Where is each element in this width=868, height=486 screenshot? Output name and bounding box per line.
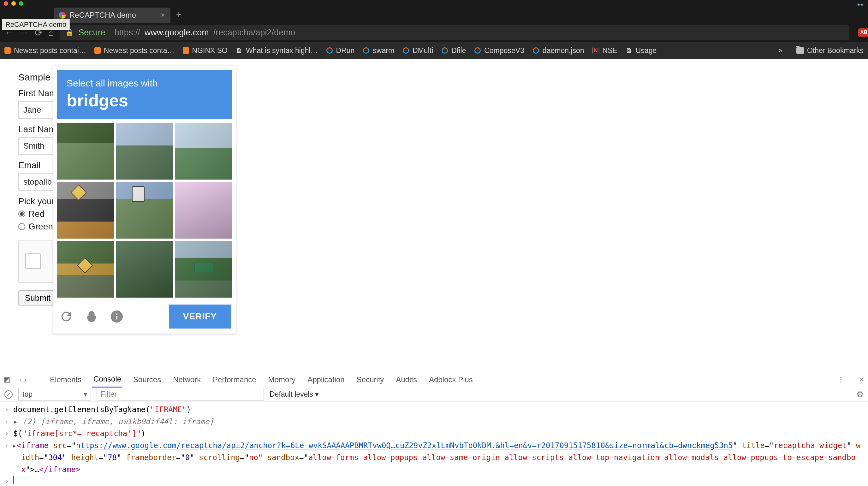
bookmark-item[interactable]: ComposeV3 [474, 46, 524, 55]
bookmark-overflow-button[interactable]: » [779, 46, 782, 55]
bookmark-item[interactable]: 🗎Usage [626, 46, 656, 55]
console-toolbar: top Filter Default levels ▾ ⚙ [0, 387, 868, 402]
info-icon[interactable] [109, 309, 125, 324]
challenge-tile[interactable] [175, 241, 232, 298]
challenge-tile[interactable] [57, 182, 114, 238]
other-bookmarks-label: Other Bookmarks [807, 46, 864, 55]
bookmark-item[interactable]: swarm [363, 46, 394, 55]
page-icon: 🗎 [626, 47, 632, 54]
devtools-close-icon[interactable]: × [860, 375, 864, 384]
challenge-tile[interactable] [57, 241, 114, 298]
stackoverflow-icon [4, 47, 11, 54]
audio-challenge-icon[interactable] [84, 309, 99, 324]
context-selector[interactable]: top [18, 388, 91, 401]
new-tab-button[interactable]: + [176, 9, 181, 20]
devtools-tab-performance[interactable]: Performance [212, 372, 257, 387]
window-zoom-button[interactable] [19, 1, 23, 6]
log-level-selector[interactable]: Default levels ▾ [270, 390, 319, 398]
console-output[interactable]: ›document.getElementsByTagName("IFRAME")… [0, 402, 868, 486]
tab-strip: ReCAPTCHA demo × + ReCAPTCHA demo [0, 7, 868, 23]
devtools-tab-sources[interactable]: Sources [132, 372, 162, 387]
ring-icon [327, 47, 333, 54]
bookmark-item[interactable]: Newest posts contai… [4, 46, 86, 55]
browser-tab[interactable]: ReCAPTCHA demo × [54, 7, 170, 23]
url-host: www.google.com [145, 28, 209, 38]
console-settings-icon[interactable]: ⚙ [856, 389, 864, 399]
input-chevron-icon: › [4, 428, 10, 440]
clear-console-icon[interactable] [4, 390, 12, 398]
adblock-extension-badge[interactable]: ABP [858, 28, 868, 37]
radio-icon [18, 223, 25, 230]
page-icon: 🗎 [236, 47, 243, 54]
ring-icon [363, 47, 369, 54]
devtools-tab-security[interactable]: Security [355, 372, 385, 387]
console-cursor[interactable] [13, 476, 13, 484]
url-protocol: https:// [115, 28, 140, 38]
bookmark-label: What is syntax highl… [246, 46, 318, 55]
bookmark-label: NGINX SO [192, 46, 227, 55]
input-chevron-icon: › [4, 476, 10, 486]
window-minimize-button[interactable] [11, 1, 16, 6]
challenge-footer: VERIFY [57, 304, 232, 330]
bookmark-label: DRun [336, 46, 355, 55]
challenge-tile[interactable] [116, 241, 173, 298]
reload-challenge-icon[interactable] [58, 309, 74, 324]
separator [110, 28, 110, 37]
challenge-tile[interactable] [116, 123, 173, 180]
ring-icon [403, 47, 409, 54]
console-input-line: document.getElementsByTagName("IFRAME") [13, 403, 191, 416]
other-bookmarks-button[interactable]: Other Bookmarks [796, 46, 864, 55]
stackoverflow-icon [183, 47, 189, 54]
bookmark-label: Newest posts contai… [14, 46, 86, 55]
console-filter-input[interactable]: Filter [97, 388, 264, 401]
verify-button[interactable]: VERIFY [169, 304, 231, 328]
recaptcha-checkbox[interactable] [25, 253, 41, 269]
bookmark-label: ComposeV3 [484, 46, 524, 55]
bookmark-item[interactable]: NGINX SO [183, 46, 227, 55]
challenge-tile[interactable] [175, 182, 232, 238]
bookmark-item[interactable]: NNSE [592, 46, 617, 55]
bookmark-label: daemon.json [542, 46, 584, 55]
devtools-tab-elements[interactable]: Elements [49, 372, 83, 387]
url-path: /recaptcha/api2/demo [213, 28, 296, 38]
tab-close-icon[interactable]: × [161, 11, 165, 19]
bookmarks-bar: Newest posts contai… Newest posts conta…… [0, 42, 868, 59]
challenge-tile[interactable] [116, 182, 173, 238]
inspect-element-icon[interactable]: ◩ [4, 376, 10, 384]
devtools-tab-memory[interactable]: Memory [267, 372, 297, 387]
bookmark-label: DMulti [412, 46, 433, 55]
bookmark-item[interactable]: Newest posts conta… [94, 46, 175, 55]
challenge-tile[interactable] [175, 123, 232, 180]
devtools-tab-application[interactable]: Application [306, 372, 346, 387]
challenge-header: Select all images with bridges [57, 70, 232, 119]
tab-favicon [59, 12, 66, 19]
device-toolbar-icon[interactable]: ▭ [20, 376, 27, 384]
bookmark-label: Newest posts conta… [104, 46, 175, 55]
output-chevron-icon: ‹ [4, 416, 10, 428]
tab-title: ReCAPTCHA demo [69, 11, 136, 20]
window-close-button[interactable] [4, 1, 8, 6]
address-bar[interactable]: 🔒 Secure https://www.google.com/recaptch… [60, 25, 849, 40]
challenge-grid [57, 123, 232, 298]
challenge-tile[interactable] [57, 123, 114, 180]
bookmark-item[interactable]: Dfile [441, 46, 466, 55]
bookmark-label: Dfile [452, 46, 466, 55]
devtools-tab-audits[interactable]: Audits [395, 372, 418, 387]
radio-label: Red [28, 209, 44, 219]
ring-icon [441, 47, 448, 54]
bookmark-label: NSE [602, 46, 617, 55]
folder-icon [796, 47, 804, 54]
submit-button[interactable]: Submit [18, 290, 57, 306]
devtools-panel: ◩ ▭ Elements Console Sources Network Per… [0, 372, 868, 485]
devtools-tab-network[interactable]: Network [172, 372, 202, 387]
bookmark-label: swarm [373, 46, 394, 55]
devtools-tab-adblock[interactable]: Adblock Plus [428, 372, 474, 387]
devtools-tab-console[interactable]: Console [92, 371, 122, 388]
bookmark-item[interactable]: DRun [326, 46, 355, 55]
bookmark-item[interactable]: 🗎What is syntax highl… [236, 46, 318, 55]
secure-label: Secure [78, 28, 105, 38]
devtools-menu-icon[interactable]: ⋮ [837, 376, 844, 384]
bookmark-item[interactable]: daemon.json [532, 46, 584, 55]
bookmark-item[interactable]: DMulti [402, 46, 433, 55]
nse-icon: N [592, 47, 599, 54]
